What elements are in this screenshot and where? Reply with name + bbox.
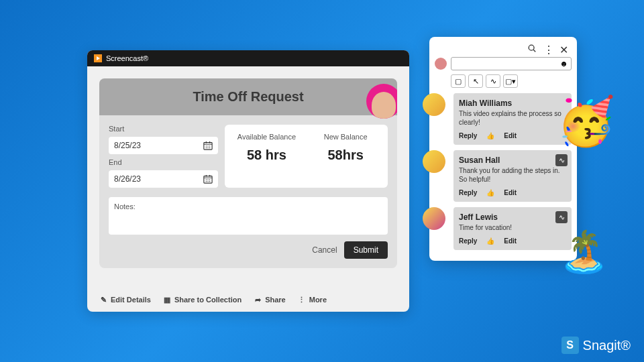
edit-button[interactable]: Edit bbox=[504, 189, 517, 196]
svg-point-14 bbox=[205, 179, 206, 180]
user-avatar[interactable] bbox=[366, 84, 397, 119]
edit-button[interactable]: Edit bbox=[504, 237, 517, 245]
form-title: Time Off Request bbox=[193, 89, 303, 104]
start-date-input[interactable]: 8/25/23 bbox=[109, 137, 218, 154]
annotation-tools: ▢ ↖ ∿ ▢▾ bbox=[451, 74, 572, 88]
svg-point-16 bbox=[209, 179, 209, 180]
calendar-icon[interactable] bbox=[203, 141, 213, 150]
edit-button[interactable]: Edit bbox=[504, 132, 517, 139]
submit-button[interactable]: Submit bbox=[344, 241, 388, 259]
svg-point-8 bbox=[207, 147, 208, 148]
svg-point-17 bbox=[205, 181, 206, 182]
close-icon[interactable]: ✕ bbox=[559, 44, 569, 53]
commenter-name: Susan Hall bbox=[459, 156, 566, 165]
commenter-avatar bbox=[423, 93, 445, 116]
current-user-avatar bbox=[435, 58, 447, 70]
like-icon[interactable]: 👍 bbox=[486, 132, 494, 139]
svg-point-18 bbox=[207, 181, 208, 182]
svg-point-15 bbox=[207, 179, 208, 180]
svg-point-20 bbox=[529, 45, 534, 50]
commenter-avatar bbox=[423, 150, 445, 173]
new-balance-value: 58hrs bbox=[309, 147, 382, 163]
calendar-icon[interactable] bbox=[203, 174, 213, 184]
comment-text: Thank you for adding the steps in. So he… bbox=[459, 166, 566, 184]
reply-button[interactable]: Reply bbox=[459, 237, 477, 245]
app-name: Screencast® bbox=[106, 54, 148, 62]
more-icon[interactable]: ⋮ bbox=[543, 44, 553, 53]
comment-input[interactable]: ☻ bbox=[451, 57, 572, 70]
svg-point-9 bbox=[209, 147, 209, 148]
notes-input[interactable]: Notes: bbox=[109, 197, 388, 235]
share-button[interactable]: ➦ Share bbox=[254, 296, 286, 304]
svg-point-7 bbox=[205, 147, 206, 148]
edit-details-button[interactable]: ✎ Edit Details bbox=[99, 296, 151, 304]
commenter-name: Miah Williams bbox=[459, 99, 566, 108]
comment-text: Time for vacation! bbox=[459, 223, 566, 232]
line-tool[interactable]: ∿ bbox=[486, 74, 500, 88]
comment-item: ∿ Jeff Lewis Time for vacation! Reply 👍 … bbox=[435, 207, 572, 250]
bottom-toolbar: ✎ Edit Details ▦ Share to Collection ➦ S… bbox=[99, 296, 327, 304]
app-window: Screencast® Time Off Request Start 8/25/… bbox=[87, 50, 409, 312]
play-icon bbox=[94, 54, 102, 62]
notes-label: Notes: bbox=[114, 202, 136, 210]
like-icon[interactable]: 👍 bbox=[486, 189, 494, 196]
cancel-button[interactable]: Cancel bbox=[312, 245, 337, 255]
commenter-avatar bbox=[423, 207, 445, 230]
annotation-marker-icon[interactable]: ∿ bbox=[555, 154, 568, 166]
reply-button[interactable]: Reply bbox=[459, 132, 477, 139]
svg-point-4 bbox=[205, 145, 206, 146]
snagit-text: Snagit® bbox=[583, 338, 631, 353]
palm-tree-emoji: 🏝️ bbox=[559, 228, 609, 276]
time-off-form: Time Off Request Start 8/25/23 End 8/26/… bbox=[99, 78, 397, 268]
start-label: Start bbox=[109, 125, 218, 133]
like-icon[interactable]: 👍 bbox=[486, 237, 494, 245]
pencil-icon: ✎ bbox=[99, 296, 107, 304]
rectangle-tool[interactable]: ▢ bbox=[451, 74, 466, 88]
svg-point-19 bbox=[209, 181, 209, 182]
end-date-value: 8/26/23 bbox=[114, 174, 141, 184]
party-emoji: 🥳 bbox=[557, 94, 617, 154]
more-icon: ⋮ bbox=[298, 296, 306, 304]
available-balance-label: Available Balance bbox=[230, 133, 304, 141]
grid-icon: ▦ bbox=[163, 296, 171, 304]
svg-line-21 bbox=[533, 50, 535, 52]
svg-point-5 bbox=[207, 145, 208, 146]
search-icon[interactable] bbox=[527, 44, 537, 53]
shape-dropdown[interactable]: ▢▾ bbox=[503, 74, 518, 88]
comment-item: Miah Williams This video explains the pr… bbox=[435, 93, 572, 145]
end-label: End bbox=[109, 158, 218, 166]
snagit-logo: S Snagit® bbox=[561, 337, 631, 354]
arrow-tool[interactable]: ↖ bbox=[468, 74, 483, 88]
more-button[interactable]: ⋮ More bbox=[298, 296, 327, 304]
comments-panel: ⋮ ✕ ☻ ▢ ↖ ∿ ▢▾ Miah Williams This video … bbox=[429, 37, 577, 261]
form-header: Time Off Request bbox=[99, 78, 397, 115]
reply-button[interactable]: Reply bbox=[459, 189, 477, 196]
comment-item: ∿ Susan Hall Thank you for adding the st… bbox=[435, 150, 572, 202]
share-to-collection-button[interactable]: ▦ Share to Collection bbox=[163, 296, 241, 304]
svg-point-6 bbox=[209, 145, 209, 146]
snagit-mark-icon: S bbox=[561, 337, 579, 354]
titlebar: Screencast® bbox=[87, 50, 409, 66]
share-icon: ➦ bbox=[254, 296, 262, 304]
comment-text: This video explains the process so clear… bbox=[459, 109, 566, 127]
available-balance-value: 58 hrs bbox=[230, 147, 304, 163]
commenter-name: Jeff Lewis bbox=[459, 213, 566, 222]
new-balance-label: New Balance bbox=[309, 133, 382, 141]
start-date-value: 8/25/23 bbox=[114, 141, 141, 150]
emoji-icon[interactable]: ☻ bbox=[559, 59, 568, 68]
annotation-marker-icon[interactable]: ∿ bbox=[555, 211, 568, 223]
balance-card: Available Balance 58 hrs New Balance 58h… bbox=[225, 125, 388, 188]
end-date-input[interactable]: 8/26/23 bbox=[109, 170, 218, 188]
